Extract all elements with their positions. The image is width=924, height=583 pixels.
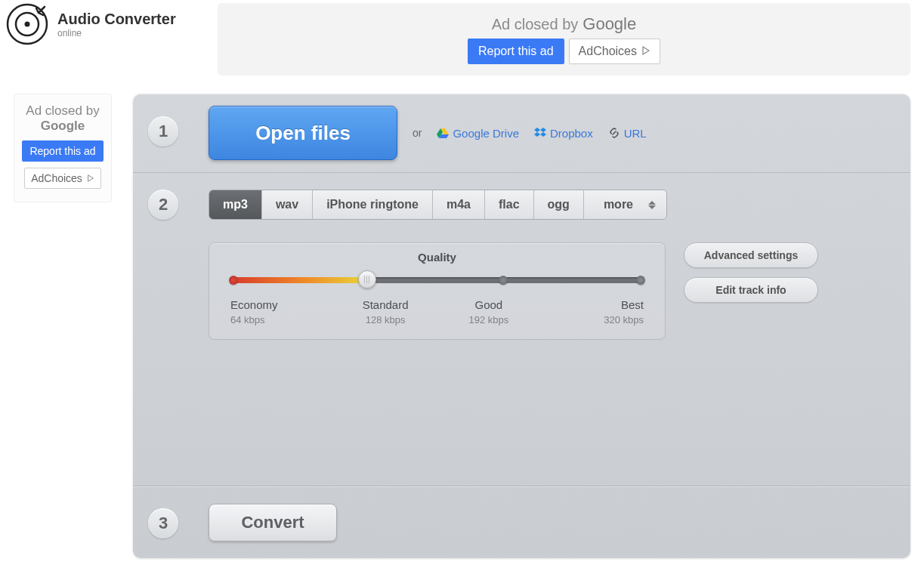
dropbox-label: Dropbox — [550, 127, 593, 140]
side-adchoices-label: AdChoices — [31, 172, 82, 184]
side-ad-banner: Ad closed byGoogle Report this ad AdChoi… — [14, 94, 112, 202]
tab-more[interactable]: more — [584, 190, 666, 219]
format-tabs: mp3 wav iPhone ringtone m4a flac ogg mor… — [209, 190, 667, 220]
side-adchoices-button[interactable]: AdChoices — [24, 168, 101, 189]
dropbox-link[interactable]: Dropbox — [534, 127, 593, 140]
sort-icon — [648, 201, 656, 209]
app-title: Audio Converter — [57, 11, 176, 28]
edit-track-info-button[interactable]: Edit track info — [684, 277, 818, 303]
quality-best-rate: 320 kbps — [540, 314, 644, 325]
slider-thumb[interactable] — [358, 270, 376, 288]
report-ad-button[interactable]: Report this ad — [468, 39, 564, 64]
side-report-ad-button[interactable]: Report this ad — [22, 140, 103, 162]
adchoices-button[interactable]: AdChoices — [569, 39, 660, 64]
open-files-button[interactable]: Open files — [209, 106, 397, 160]
google-drive-label: Google Drive — [453, 127, 519, 140]
quality-economy-rate: 64 kbps — [230, 314, 334, 325]
step-2-badge: 2 — [148, 190, 178, 220]
adchoices-icon — [641, 45, 651, 58]
google-logo-text: Google — [583, 14, 636, 34]
google-drive-link[interactable]: Google Drive — [437, 127, 519, 140]
advanced-settings-button[interactable]: Advanced settings — [684, 242, 818, 268]
quality-good-label: Good — [437, 298, 541, 311]
quality-standard-label: Standard — [334, 298, 437, 311]
side-ad-closed-label: Ad closed byGoogle — [26, 103, 99, 134]
quality-standard-rate: 128 kbps — [334, 314, 437, 325]
app-subtitle: online — [57, 28, 176, 39]
adchoices-label: AdChoices — [579, 45, 637, 58]
google-drive-icon — [437, 127, 449, 139]
link-icon — [608, 127, 620, 139]
tab-wav[interactable]: wav — [262, 190, 313, 219]
step-1-badge: 1 — [148, 116, 178, 147]
ad-closed-label: Ad closed by — [492, 16, 579, 33]
tab-iphone-ringtone[interactable]: iPhone ringtone — [313, 190, 433, 219]
quality-good-rate: 192 kbps — [437, 314, 541, 325]
tab-mp3[interactable]: mp3 — [209, 190, 262, 219]
quality-title: Quality — [230, 251, 644, 264]
tab-ogg[interactable]: ogg — [534, 190, 584, 219]
quality-economy-label: Economy — [230, 298, 334, 311]
step-3-badge: 3 — [148, 508, 178, 538]
tab-more-label: more — [604, 198, 633, 211]
svg-point-2 — [25, 22, 30, 27]
or-label: or — [413, 127, 422, 139]
tab-flac[interactable]: flac — [485, 190, 534, 219]
quality-panel: Quality Economy64 kbps Standard128 kbps … — [209, 242, 666, 340]
top-ad-banner: Ad closed by Google Report this ad AdCho… — [218, 3, 910, 76]
quality-slider[interactable] — [230, 274, 644, 285]
side-adchoices-icon — [87, 172, 94, 184]
dropbox-icon — [534, 127, 546, 139]
tab-m4a[interactable]: m4a — [433, 190, 485, 219]
convert-button[interactable]: Convert — [209, 504, 337, 541]
main-panel: 1 Open files or Google Drive Dropbox URL… — [133, 94, 910, 558]
app-logo-icon — [6, 3, 48, 45]
url-label: URL — [624, 127, 647, 140]
quality-best-label: Best — [540, 298, 644, 311]
url-link[interactable]: URL — [608, 127, 647, 140]
